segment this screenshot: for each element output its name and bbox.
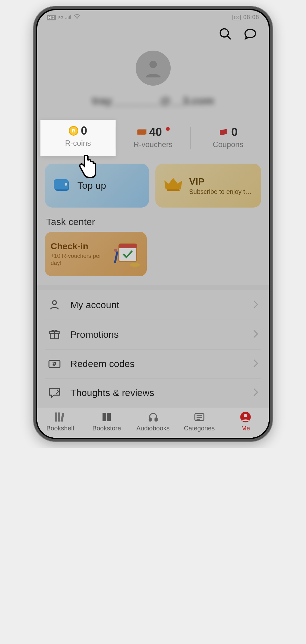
avatar[interactable] <box>136 51 171 86</box>
vip-title: VIP <box>189 176 253 187</box>
svg-rect-13 <box>119 244 137 248</box>
categories-icon <box>194 411 205 423</box>
person-icon <box>47 299 61 311</box>
svg-rect-22 <box>58 413 60 422</box>
coupon-icon <box>218 128 229 136</box>
vip-card[interactable]: VIP Subscribe to enjoy th… <box>155 164 261 208</box>
rvouchers-value: 40 <box>149 125 162 139</box>
vip-subtitle: Subscribe to enjoy th… <box>189 188 253 195</box>
menu-label: Promotions <box>70 329 244 340</box>
svg-point-31 <box>244 414 247 417</box>
svg-rect-23 <box>60 413 64 422</box>
me-icon <box>240 411 251 423</box>
coupons-label: Coupons <box>192 140 264 149</box>
crown-icon <box>164 177 183 195</box>
review-icon <box>47 388 61 398</box>
status-bar: HD 5G 100 08:08 <box>37 10 269 23</box>
menu-list: My account Promotions Redeem codes <box>37 290 269 407</box>
notification-dot <box>166 127 170 131</box>
nav-label: Bookstore <box>92 425 121 432</box>
rcoins-card[interactable]: R 0 R-coins <box>40 120 116 156</box>
nav-bookstore[interactable]: Bookstore <box>83 411 130 432</box>
svg-rect-21 <box>55 413 57 422</box>
status-time: 08:08 <box>243 14 259 21</box>
section-divider <box>37 285 269 290</box>
svg-text:R: R <box>72 128 75 133</box>
calendar-illustration <box>109 237 141 271</box>
bottom-nav: Bookshelf Bookstore Audiobooks Categorie… <box>37 407 269 438</box>
menu-label: Thoughts & reviews <box>70 387 244 398</box>
rcoins-value: 0 <box>81 124 87 138</box>
svg-point-10 <box>65 183 67 186</box>
battery-indicator: 100 <box>232 15 241 20</box>
menu-item-my-account[interactable]: My account <box>45 290 261 320</box>
svg-rect-24 <box>149 418 151 421</box>
checkin-title: Check-in <box>51 241 106 251</box>
nav-categories[interactable]: Categories <box>176 411 222 432</box>
chevron-right-icon <box>253 359 259 369</box>
menu-item-promotions[interactable]: Promotions <box>45 320 261 350</box>
rcoins-label: R-coins <box>42 139 114 148</box>
nav-label: Me <box>241 425 250 432</box>
menu-item-redeem-codes[interactable]: Redeem codes <box>45 350 261 379</box>
audiobooks-icon <box>148 411 159 423</box>
menu-label: My account <box>70 300 244 310</box>
chevron-right-icon <box>253 329 259 340</box>
topup-card[interactable]: Top up <box>45 164 149 208</box>
chevron-right-icon <box>253 388 259 398</box>
svg-rect-25 <box>155 418 157 421</box>
checkin-subtitle: +10 R-vouchers per day! <box>51 253 106 266</box>
nav-me[interactable]: Me <box>223 411 269 432</box>
svg-point-3 <box>149 61 157 68</box>
nav-audiobooks[interactable]: Audiobooks <box>130 411 176 432</box>
task-center-heading: Task center <box>37 208 269 232</box>
currency-row: R 0 R-coins 40 R-vouchers <box>37 121 269 155</box>
bookstore-icon <box>101 411 112 423</box>
checkin-card[interactable]: Check-in +10 R-vouchers per day! <box>45 232 147 276</box>
menu-label: Redeem codes <box>70 358 244 369</box>
nav-bookshelf[interactable]: Bookshelf <box>37 411 83 432</box>
svg-rect-20 <box>49 360 60 368</box>
svg-point-14 <box>114 249 117 252</box>
phone-screen: HD 5G 100 08:08 <box>37 10 269 438</box>
svg-line-2 <box>227 36 231 39</box>
wallet-icon <box>53 177 71 194</box>
network-indicator: 5G <box>58 15 71 20</box>
chevron-right-icon <box>253 300 259 310</box>
svg-point-0 <box>76 18 77 19</box>
coupons-card[interactable]: 0 Coupons <box>190 121 266 155</box>
bookshelf-icon <box>54 411 67 423</box>
nav-label: Bookshelf <box>46 425 75 432</box>
svg-point-1 <box>220 29 229 37</box>
wifi-icon <box>74 14 81 21</box>
svg-rect-11 <box>167 189 180 191</box>
rvouchers-card[interactable]: 40 R-vouchers <box>116 121 191 155</box>
svg-point-16 <box>53 301 56 305</box>
svg-point-15 <box>130 263 140 267</box>
topup-title: Top up <box>77 180 106 191</box>
rcoin-icon: R <box>69 126 78 136</box>
menu-item-thoughts-reviews[interactable]: Thoughts & reviews <box>45 379 261 407</box>
chat-icon[interactable] <box>243 27 257 42</box>
rvouchers-label: R-vouchers <box>117 140 189 149</box>
gift-icon <box>47 329 61 340</box>
username: tray________@__3.com <box>92 95 214 107</box>
search-icon[interactable] <box>218 27 232 42</box>
nav-label: Categories <box>184 425 215 432</box>
coupons-value: 0 <box>231 125 238 139</box>
svg-rect-7 <box>138 129 146 134</box>
phone-frame: HD 5G 100 08:08 <box>33 6 273 442</box>
voucher-icon <box>136 128 146 136</box>
ticket-icon <box>47 359 61 369</box>
hd-badge: HD <box>47 15 56 20</box>
nav-label: Audiobooks <box>136 425 170 432</box>
